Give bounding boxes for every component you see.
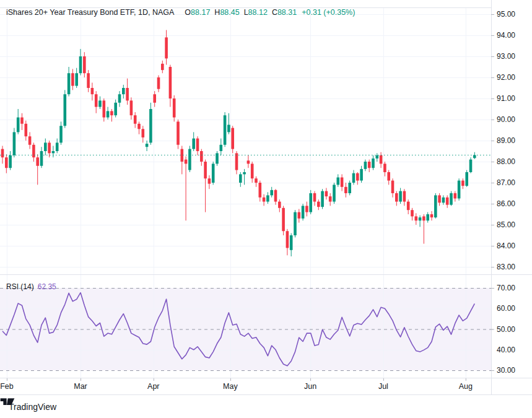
candle-body: [98, 100, 102, 107]
candle-body: [75, 73, 78, 85]
candle-body: [465, 172, 468, 186]
candle-body: [126, 88, 129, 100]
candle-body: [220, 145, 223, 151]
candle-body: [333, 185, 336, 201]
candle-body: [20, 118, 24, 124]
rsi-axis-label: 60.00: [497, 305, 515, 312]
rsi-axis-label: 50.00: [497, 326, 515, 333]
candle-body: [352, 173, 355, 183]
candle-body: [380, 155, 383, 164]
candle-body: [142, 129, 145, 137]
candle-body: [243, 172, 246, 174]
rsi-axis-label: 70.00: [497, 284, 515, 292]
candle-body: [383, 163, 386, 172]
candle-body: [430, 214, 434, 217]
candle-body: [122, 88, 125, 94]
tradingview-logo[interactable]: TradingView: [9, 402, 56, 412]
candle-body: [364, 162, 367, 169]
candle-body: [391, 181, 395, 193]
candle-body: [251, 163, 254, 178]
candle-body: [13, 132, 16, 155]
candle-body: [286, 231, 289, 248]
candle-body: [274, 190, 277, 202]
candle-body: [341, 178, 344, 187]
candle-body: [83, 56, 86, 73]
symbol-title[interactable]: iShares 20+ Year Treasury Bond ETF: [6, 8, 134, 17]
candle-body: [411, 210, 414, 216]
price-axis-label: 88.00: [497, 158, 515, 165]
candle-body: [419, 217, 422, 220]
candle-body: [325, 191, 328, 197]
price-axis-label: 92.00: [497, 74, 515, 81]
candle-body: [153, 94, 156, 103]
candle-body: [28, 136, 32, 145]
candle-body: [290, 235, 293, 250]
rsi-axis-label: 30.00: [497, 367, 515, 374]
candle-body: [434, 195, 437, 217]
candle-body: [5, 157, 8, 168]
candle-body: [56, 142, 59, 151]
candle-body: [259, 183, 262, 198]
chart-window: iShares 20+ Year Treasury Bond ETF, 1D, …: [0, 0, 532, 418]
candle-body: [473, 155, 476, 158]
candle-body: [188, 149, 191, 170]
candle-body: [360, 169, 363, 181]
candle-body: [36, 157, 39, 166]
candle-body: [426, 214, 429, 220]
candle-body: [329, 196, 332, 202]
time-axis-label: Feb: [0, 382, 19, 391]
candle-body: [59, 126, 63, 142]
candle-body: [146, 144, 149, 147]
candle-body: [376, 155, 379, 159]
candle-body: [469, 160, 473, 172]
candle-body: [1, 149, 4, 158]
candle-body: [95, 94, 98, 107]
candle-body: [177, 121, 180, 144]
price-axis-label: 86.00: [497, 200, 515, 207]
candle-body: [302, 206, 305, 218]
candle-body: [270, 190, 273, 196]
chart-canvas[interactable]: [0, 0, 532, 418]
candle-body: [118, 94, 121, 103]
candle-body: [294, 212, 297, 235]
candle-body: [44, 142, 47, 151]
candle-body: [196, 139, 199, 151]
low-value: 88.12: [248, 8, 268, 17]
open-key: O: [185, 8, 191, 17]
candle-body: [395, 193, 398, 202]
candle-body: [87, 73, 90, 88]
candle-body: [458, 181, 461, 199]
price-axis-label: 89.00: [497, 137, 515, 144]
candle-body: [208, 178, 211, 184]
candle-body: [403, 191, 406, 202]
candle-body: [71, 73, 74, 85]
candle-body: [235, 153, 238, 170]
price-axis-label: 95.00: [497, 11, 515, 18]
candle-body: [52, 151, 55, 153]
rsi-indicator-title[interactable]: RSI (14): [6, 282, 34, 291]
tradingview-brand-text: TradingView: [9, 402, 56, 412]
candle-body: [224, 115, 227, 145]
candle-body: [344, 187, 347, 193]
candle-body: [110, 111, 113, 115]
candle-body: [321, 191, 324, 207]
time-axis-label: Jul: [371, 382, 396, 391]
candle-body: [216, 153, 219, 163]
candle-body: [157, 77, 160, 89]
rsi-axis-label: 40.00: [497, 346, 515, 354]
candle-body: [227, 125, 230, 133]
low-key: L: [244, 8, 248, 17]
candle-body: [446, 198, 449, 205]
candle-body: [25, 124, 28, 136]
candle-body: [461, 181, 464, 186]
candle-body: [107, 111, 110, 117]
candle-body: [255, 178, 258, 183]
rsi-value: 62.35: [38, 282, 56, 291]
candle-body: [185, 160, 188, 164]
candle-body: [239, 174, 242, 183]
candle-body: [422, 216, 425, 220]
candle-body: [231, 128, 234, 149]
close-key: C: [272, 8, 277, 17]
high-value: 88.45: [220, 8, 239, 17]
candle-body: [212, 163, 215, 183]
